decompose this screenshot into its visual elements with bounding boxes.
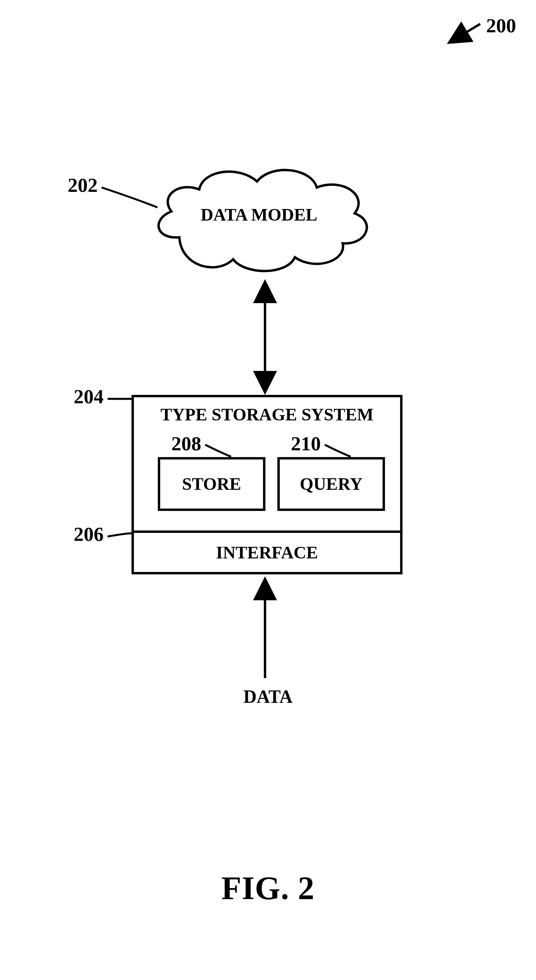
ref-200-lead-arrow: [450, 24, 480, 42]
ref-206-lead-line: [108, 533, 132, 536]
cloud-data-model: DATA MODEL: [143, 160, 375, 275]
data-label: DATA: [0, 686, 536, 707]
ref-210-label: 210: [291, 432, 321, 455]
ref-202-label: 202: [68, 174, 98, 197]
diagram-stage: 200 DATA MODEL TYPE STORAGE SYSTEM STORE…: [0, 0, 536, 980]
cloud-label: DATA MODEL: [143, 205, 375, 225]
ref-208-label: 208: [171, 432, 201, 455]
query-box: QUERY: [277, 457, 385, 511]
store-label: STORE: [182, 474, 241, 494]
ref-200-label: 200: [486, 14, 516, 37]
interface-label: INTERFACE: [216, 542, 318, 563]
tss-title: TYPE STORAGE SYSTEM: [134, 404, 400, 425]
query-label: QUERY: [300, 474, 362, 494]
ref-204-label: 204: [74, 385, 104, 408]
figure-caption: FIG. 2: [0, 870, 536, 907]
interface-box: INTERFACE: [132, 530, 402, 574]
ref-206-label: 206: [74, 523, 104, 546]
store-box: STORE: [158, 457, 265, 511]
